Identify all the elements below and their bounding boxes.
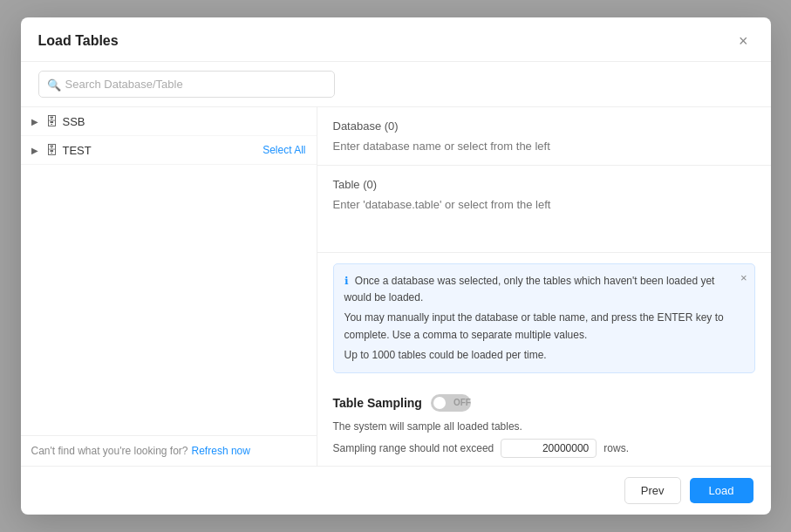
toggle-knob — [433, 397, 446, 409]
modal-footer: Prev Load — [21, 466, 771, 515]
db-icon-ssb: 🗄 — [45, 114, 58, 128]
load-button[interactable]: Load — [690, 478, 753, 503]
table-sampling-toggle[interactable]: OFF — [431, 394, 471, 412]
search-wrapper: 🔍 — [38, 71, 335, 98]
prev-button[interactable]: Prev — [624, 477, 681, 504]
database-input[interactable] — [333, 140, 755, 153]
right-panel: Database (0) Table (0) × ℹ Once a databa… — [317, 107, 771, 466]
tree-item-ssb[interactable]: ▶ 🗄 SSB — [21, 107, 317, 136]
info-line-1: ℹ Once a database was selected, only the… — [344, 273, 744, 306]
close-button[interactable]: × — [733, 31, 753, 51]
tree-label-ssb: SSB — [63, 115, 85, 128]
sampling-desc-1: The system will sample all loaded tables… — [333, 419, 755, 435]
info-line-2: You may manually input the database or t… — [344, 310, 744, 343]
left-footer-text: Can't find what you're looking for? — [31, 445, 188, 457]
modal-header: Load Tables × — [21, 17, 771, 62]
select-all-button[interactable]: Select All — [263, 144, 305, 156]
sampling-section: Table Sampling OFF The system will sampl… — [317, 384, 771, 466]
search-icon: 🔍 — [47, 78, 61, 91]
info-box: × ℹ Once a database was selected, only t… — [333, 263, 755, 373]
modal-title: Load Tables — [38, 33, 119, 49]
search-bar-section: 🔍 — [21, 62, 771, 107]
refresh-link[interactable]: Refresh now — [192, 445, 250, 457]
tree-arrow-ssb: ▶ — [31, 117, 40, 126]
db-icon-test: 🗄 — [45, 143, 58, 157]
database-section: Database (0) — [317, 107, 771, 166]
rows-input[interactable] — [501, 439, 597, 458]
load-tables-modal: Load Tables × 🔍 ▶ 🗄 SSB — [21, 17, 771, 515]
tree-item-test[interactable]: ▶ 🗄 TEST Select All — [21, 136, 317, 165]
info-icon: ℹ — [344, 275, 349, 287]
left-panel-footer: Can't find what you're looking for? Refr… — [21, 435, 317, 466]
sampling-title: Table Sampling — [333, 396, 422, 410]
sampling-desc-prefix: Sampling range should not exceed — [333, 440, 494, 457]
tree-label-test: TEST — [63, 144, 92, 157]
tree-items: ▶ 🗄 SSB ▶ 🗄 TEST Select All — [21, 107, 317, 435]
database-label: Database (0) — [333, 119, 755, 133]
table-label: Table (0) — [333, 178, 755, 191]
info-line-3: Up to 1000 tables could be loaded per ti… — [344, 347, 744, 364]
toggle-label: OFF — [453, 398, 471, 407]
table-section: Table (0) — [317, 166, 771, 253]
search-input[interactable] — [38, 71, 335, 98]
sampling-row: Sampling range should not exceed rows. — [333, 439, 755, 458]
modal-overlay: Load Tables × 🔍 ▶ 🗄 SSB — [0, 0, 791, 532]
info-box-close-button[interactable]: × — [740, 271, 747, 284]
sampling-desc-suffix: rows. — [603, 440, 629, 457]
left-panel: ▶ 🗄 SSB ▶ 🗄 TEST Select All Can't find w… — [21, 107, 317, 466]
tree-arrow-test: ▶ — [31, 146, 40, 155]
sampling-header: Table Sampling OFF — [333, 394, 755, 412]
modal-body: ▶ 🗄 SSB ▶ 🗄 TEST Select All Can't find w… — [21, 107, 771, 466]
table-input[interactable] — [333, 198, 755, 211]
